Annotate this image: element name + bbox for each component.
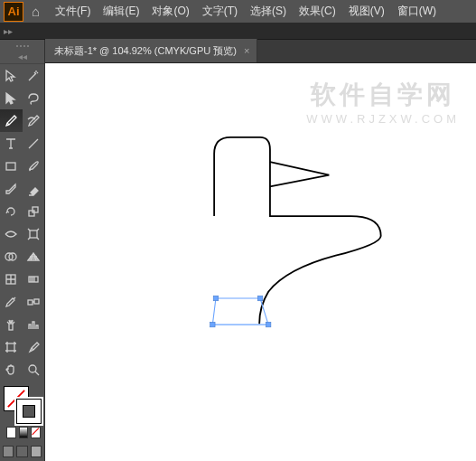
color-mode-gradient[interactable]	[19, 427, 29, 438]
menu-select[interactable]: 选择(S)	[244, 0, 293, 23]
lasso-tool[interactable]	[23, 87, 45, 109]
home-icon[interactable]: ⌂	[32, 4, 40, 19]
selection-anchors[interactable]	[210, 296, 271, 327]
anchor-point[interactable]	[266, 322, 270, 326]
perspective-grid-tool[interactable]	[23, 245, 45, 268]
tab-bar: 未标题-1* @ 104.92% (CMYK/GPU 预览) ×	[45, 40, 476, 63]
svg-rect-11	[7, 343, 14, 351]
zoom-tool[interactable]	[23, 358, 45, 381]
faucet-body-path[interactable]	[214, 137, 381, 324]
artboard-tool[interactable]	[0, 335, 23, 358]
svg-rect-10	[9, 324, 13, 330]
color-mode-solid[interactable]	[6, 427, 16, 438]
control-bar: ▸▸	[0, 23, 476, 40]
presentation-mode[interactable]	[31, 446, 42, 457]
normal-mode[interactable]	[3, 446, 14, 457]
shaper-tool[interactable]	[0, 177, 23, 200]
gradient-tool[interactable]	[23, 268, 45, 290]
paintbrush-tool[interactable]	[23, 155, 45, 177]
menu-type[interactable]: 文字(T)	[196, 0, 244, 23]
toolbox: ◂◂	[0, 40, 45, 461]
menu-object[interactable]: 对象(O)	[145, 0, 195, 23]
toolbox-collapse-icon[interactable]: ◂◂	[0, 50, 44, 64]
menu-window[interactable]: 窗口(W)	[391, 0, 443, 23]
anchor-point[interactable]	[257, 296, 262, 300]
tab-close-icon[interactable]: ×	[244, 45, 249, 56]
width-tool[interactable]	[0, 222, 23, 245]
mesh-tool[interactable]	[0, 268, 23, 290]
app-logo: Ai	[4, 2, 23, 22]
svg-point-12	[29, 365, 36, 372]
curvature-tool[interactable]	[23, 109, 45, 132]
svg-rect-1	[29, 211, 34, 216]
svg-rect-3	[30, 230, 37, 238]
scale-tool[interactable]	[23, 200, 45, 222]
menu-effect[interactable]: 效果(C)	[293, 0, 342, 23]
rotate-tool[interactable]	[0, 200, 23, 222]
anchor-point[interactable]	[213, 296, 218, 300]
svg-rect-2	[33, 207, 38, 212]
blend-tool[interactable]	[23, 290, 45, 313]
free-transform-tool[interactable]	[23, 222, 45, 245]
direct-selection-tool[interactable]	[0, 87, 23, 109]
document-tab[interactable]: 未标题-1* @ 104.92% (CMYK/GPU 预览) ×	[45, 39, 257, 62]
tab-title: 未标题-1* @ 104.92% (CMYK/GPU 预览)	[54, 44, 237, 58]
svg-line-14	[33, 428, 39, 435]
column-graph-tool[interactable]	[23, 313, 45, 335]
pen-tool[interactable]	[0, 109, 23, 132]
svg-rect-0	[6, 163, 15, 170]
shape-builder-tool[interactable]	[0, 245, 23, 268]
slice-tool[interactable]	[23, 335, 45, 358]
type-tool[interactable]	[0, 132, 23, 155]
hand-tool[interactable]	[0, 358, 23, 381]
color-panel	[0, 381, 44, 442]
svg-rect-8	[28, 300, 33, 305]
document-area: 未标题-1* @ 104.92% (CMYK/GPU 预览) × 软件自学网 W…	[45, 40, 476, 461]
stroke-swatch[interactable]	[16, 399, 42, 424]
line-segment-tool[interactable]	[23, 132, 45, 155]
svg-rect-9	[34, 299, 39, 304]
controlbar-expand-icon[interactable]: ▸▸	[4, 26, 13, 36]
anchor-point[interactable]	[210, 322, 215, 326]
color-mode-none[interactable]	[31, 427, 41, 438]
canvas[interactable]: 软件自学网 WWW.RJZXW.COM	[45, 63, 476, 461]
eraser-tool[interactable]	[23, 177, 45, 200]
eyedropper-tool[interactable]	[0, 290, 23, 313]
rectangle-tool[interactable]	[0, 155, 23, 177]
menu-view[interactable]: 视图(V)	[342, 0, 391, 23]
menu-edit[interactable]: 编辑(E)	[97, 0, 145, 23]
symbol-sprayer-tool[interactable]	[0, 313, 23, 335]
screen-modes	[0, 442, 44, 461]
artwork	[45, 63, 476, 461]
menu-file[interactable]: 文件(F)	[49, 0, 97, 23]
menubar: 文件(F) 编辑(E) 对象(O) 文字(T) 选择(S) 效果(C) 视图(V…	[49, 0, 443, 23]
faucet-handle-path[interactable]	[270, 162, 329, 186]
magic-wand-tool[interactable]	[23, 64, 45, 87]
selection-tool[interactable]	[0, 64, 23, 87]
titlebar: Ai ⌂ 文件(F) 编辑(E) 对象(O) 文字(T) 选择(S) 效果(C)…	[0, 0, 476, 23]
fullscreen-mode[interactable]	[16, 446, 27, 457]
toolbox-grip[interactable]	[0, 42, 44, 50]
